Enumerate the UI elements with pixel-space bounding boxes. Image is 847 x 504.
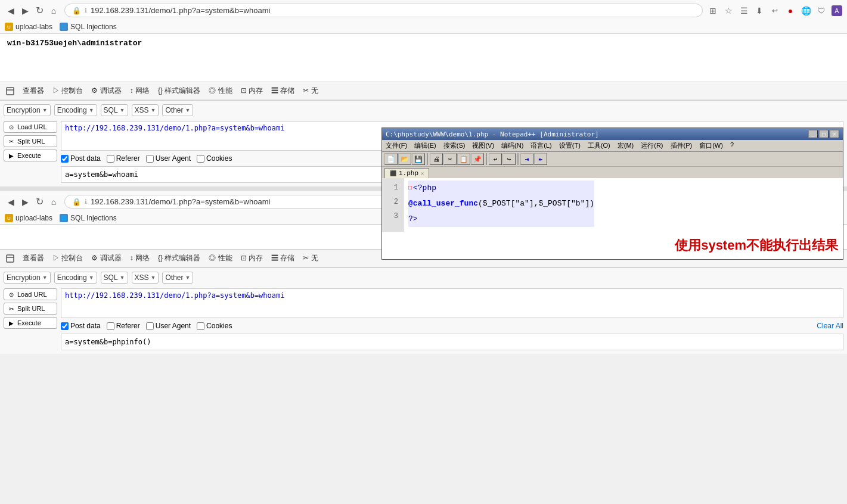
hackbar-encoding-top[interactable]: Encoding ▼ [54, 104, 97, 116]
user-agent-checkbox-top[interactable]: User Agent [146, 154, 191, 163]
devtools-viewer-btn[interactable]: 查看器 [20, 85, 46, 97]
load-url-button-bottom[interactable]: ⊙ Load URL [4, 288, 57, 300]
tb-new-2[interactable]: 📄 [384, 153, 398, 165]
devtools-perf-btn-bottom[interactable]: ◎ 性能 [206, 252, 234, 265]
forward-button-bottom[interactable]: ▶ [19, 196, 31, 208]
referer-checkbox-bottom[interactable]: Referer [107, 322, 140, 330]
tb-redo-2[interactable]: ↪ [502, 153, 516, 165]
menu-run-2[interactable]: 运行(R) [641, 141, 663, 150]
menu-search-2[interactable]: 搜索(S) [443, 141, 466, 150]
tb-paste-2[interactable]: 📌 [471, 153, 484, 165]
devtools-storage-btn-bottom[interactable]: ☰ 存储 [269, 252, 297, 265]
menu-edit-2[interactable]: 编辑(E) [414, 141, 436, 150]
menu-help-2[interactable]: ? [730, 141, 734, 150]
execute-button-bottom[interactable]: ▶ Execute [4, 317, 57, 329]
devtools-debugger-btn-bottom[interactable]: ⚙ 调试器 [89, 252, 123, 265]
page-content-top: win-b3i753uejeh\administrator [0, 34, 847, 82]
devtools-storage-btn[interactable]: ☰ 存储 [269, 85, 297, 97]
hackbar-other-bottom[interactable]: Other ▼ [162, 272, 193, 284]
addon-icon-top[interactable]: A [832, 5, 842, 16]
reload-button-top[interactable]: ↻ [33, 5, 45, 17]
menu-settings-2[interactable]: 设置(T) [559, 141, 581, 150]
devtools-viewer-btn-bottom[interactable]: 查看器 [20, 252, 46, 265]
hackbar-sql-bottom[interactable]: SQL ▼ [101, 272, 128, 284]
forward-button-top[interactable]: ▶ [19, 5, 31, 17]
hackbar-other-top[interactable]: Other ▼ [162, 104, 193, 116]
back2-icon-top[interactable]: ↩ [770, 5, 780, 16]
menu-lang-2[interactable]: 语言(L) [530, 141, 551, 150]
hackbar-sql-top[interactable]: SQL ▼ [101, 104, 128, 116]
download-icon-top[interactable]: ⬇ [754, 5, 765, 16]
hackbar-xss-top[interactable]: XSS ▼ [132, 104, 159, 116]
devtools-inspector-icon[interactable] [4, 86, 17, 97]
address-input-top[interactable] [91, 6, 695, 15]
devtools-memory-btn-bottom[interactable]: ⊡ 内存 [238, 252, 265, 265]
split-url-button-bottom[interactable]: ✂ Split URL [4, 303, 57, 315]
devtools-style-btn[interactable]: {} 样式编辑器 [156, 85, 203, 97]
menu-plugins-2[interactable]: 插件(P) [671, 141, 693, 150]
bookmark-star-icon[interactable]: ☆ [723, 5, 734, 16]
earth-icon-top[interactable]: 🌐 [801, 5, 811, 16]
close-btn-2[interactable]: ✕ [830, 130, 839, 138]
notepad2-tab[interactable]: ⬛ 1.php ✕ [384, 168, 429, 178]
back-button-bottom[interactable]: ◀ [5, 196, 17, 208]
menu-file-2[interactable]: 文件(F) [386, 141, 407, 150]
execute-button-top[interactable]: ▶ Execute [4, 150, 57, 161]
minimize-btn-2[interactable]: _ [808, 130, 818, 138]
devtools-memory-btn[interactable]: ⊡ 内存 [238, 85, 265, 97]
bookmark-sql-top[interactable]: 🌐 SQL Injections [60, 23, 117, 31]
load-url-button-top[interactable]: ⊙ Load URL [4, 121, 57, 133]
bookmark-upload-labs-top[interactable]: U upload-labs [5, 23, 52, 31]
home-button-top[interactable]: ⌂ [48, 5, 60, 17]
devtools-network-btn-bottom[interactable]: ↕ 网络 [128, 252, 152, 265]
cookies-checkbox-bottom[interactable]: Cookies [197, 322, 232, 330]
cookies-checkbox-top[interactable]: Cookies [197, 154, 232, 163]
devtools-console-btn-bottom[interactable]: ▷ 控制台 [50, 252, 85, 265]
split-url-button-top[interactable]: ✂ Split URL [4, 135, 57, 147]
tb-copy-2[interactable]: 📋 [457, 153, 470, 165]
home-button-bottom[interactable]: ⌂ [48, 196, 60, 208]
menu-tools-2[interactable]: 工具(O) [588, 141, 610, 150]
url-textarea-bottom[interactable]: http://192.168.239.131/demo/1.php?a=syst… [61, 288, 843, 318]
menu-window-2[interactable]: 窗口(W) [699, 141, 723, 150]
tb-print-2[interactable]: 🖨 [430, 153, 443, 165]
tb-save-2[interactable]: 💾 [412, 153, 425, 165]
extensions-icon[interactable]: ⊞ [708, 5, 718, 16]
referer-checkbox-top[interactable]: Referer [107, 154, 140, 163]
reload-button-bottom[interactable]: ↻ [33, 196, 45, 208]
hackbar-encryption-bottom[interactable]: Encryption ▼ [4, 272, 51, 284]
menu-encode-2[interactable]: 编码(N) [501, 141, 523, 150]
record-icon-top[interactable]: ● [785, 5, 796, 16]
devtools-inspector-icon-bottom[interactable] [4, 253, 17, 264]
tb-indent-2[interactable]: ⇥ [520, 153, 533, 165]
devtools-style-btn-bottom[interactable]: {} 样式编辑器 [156, 252, 203, 265]
post-data-checkbox-top[interactable]: Post data [61, 154, 101, 163]
devtools-console-btn[interactable]: ▷ 控制台 [50, 85, 85, 97]
maximize-btn-2[interactable]: □ [819, 130, 829, 138]
back-button-top[interactable]: ◀ [5, 5, 17, 17]
devtools-network-btn[interactable]: ↕ 网络 [128, 85, 152, 97]
address-bar-container-top[interactable]: 🔒 ℹ [64, 4, 703, 17]
hackbar-encoding-bottom[interactable]: Encoding ▼ [54, 272, 97, 284]
shield-icon-top[interactable]: 🛡 [816, 5, 827, 16]
hackbar-encryption-top[interactable]: Encryption ▼ [4, 104, 51, 116]
menu-view-2[interactable]: 视图(V) [472, 141, 494, 150]
devtools-more-btn-bottom[interactable]: ✂ 无 [300, 252, 320, 265]
notepad2-tab-close[interactable]: ✕ [421, 170, 424, 177]
tb-undo-2[interactable]: ↩ [489, 153, 502, 165]
tb-outdent-2[interactable]: ⇤ [534, 153, 547, 165]
devtools-debugger-btn[interactable]: ⚙ 调试器 [89, 85, 123, 97]
post-data-checkbox-bottom[interactable]: Post data [61, 322, 101, 330]
menu-macro-2[interactable]: 宏(M) [618, 141, 634, 150]
bookmark-sql-bottom[interactable]: 🌐 SQL Injections [60, 214, 117, 222]
bookmark-upload-labs-bottom[interactable]: U upload-labs [5, 214, 52, 222]
hackbar-xss-bottom[interactable]: XSS ▼ [132, 272, 159, 284]
user-agent-checkbox-bottom[interactable]: User Agent [146, 322, 191, 330]
clear-all-bottom[interactable]: Clear All [817, 322, 843, 330]
post-data-input-bottom[interactable] [61, 334, 843, 350]
devtools-more-btn[interactable]: ✂ 无 [300, 85, 320, 97]
devtools-perf-btn[interactable]: ◎ 性能 [206, 85, 234, 97]
menu-icon-top[interactable]: ☰ [739, 5, 749, 16]
tb-open-2[interactable]: 📂 [398, 153, 411, 165]
tb-cut-2[interactable]: ✂ [443, 153, 457, 165]
